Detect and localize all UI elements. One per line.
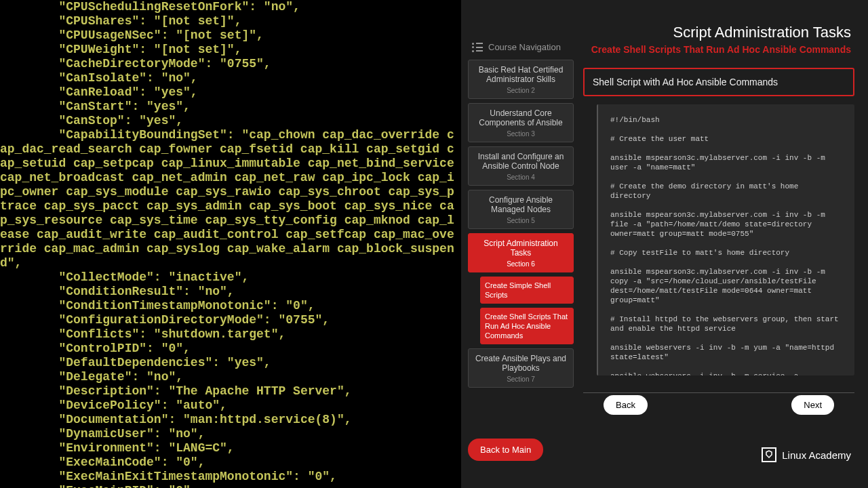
course-nav: Basic Red Hat Certified Administrator Sk… [468, 60, 574, 392]
lesson-content: Shell Script with Ad Hoc Ansible Command… [583, 68, 854, 420]
nav-section-4[interactable]: Install and Configure an Ansible Control… [468, 146, 574, 186]
linux-academy-logo: Linux Academy [762, 447, 851, 462]
nav-section-7[interactable]: Create Ansible Plays and Playbooks Secti… [468, 348, 574, 388]
list-icon [472, 43, 483, 52]
divider [583, 392, 854, 393]
nav-section-5[interactable]: Configure Ansible Managed Nodes Section … [468, 190, 574, 229]
back-to-main-button[interactable]: Back to Main [468, 439, 543, 461]
logo-text: Linux Academy [782, 449, 851, 461]
lesson-header: Script Administration Tasks Create Shell… [591, 24, 851, 55]
nav-section-2[interactable]: Basic Red Hat Certified Administrator Sk… [468, 60, 574, 99]
page-title: Script Administration Tasks [591, 24, 851, 41]
next-button[interactable]: Next [791, 395, 834, 415]
back-button[interactable]: Back [604, 395, 648, 415]
nav-sub-simple-scripts[interactable]: Create Simple Shell Scripts [480, 277, 574, 304]
course-nav-label: Course Navigation [488, 42, 561, 52]
script-code[interactable]: #!/bin/bash # Create the user matt ansib… [597, 104, 854, 375]
nav-sub-adhoc-scripts[interactable]: Create Shell Scripts That Run Ad Hoc Ans… [480, 308, 574, 344]
page-subtitle: Create Shell Scripts That Run Ad Hoc Ans… [591, 44, 851, 55]
nav-sub-items: Create Simple Shell Scripts Create Shell… [480, 277, 574, 344]
course-nav-heading: Course Navigation [472, 42, 561, 52]
logo-icon [762, 447, 776, 462]
lesson-panel: Script Administration Tasks Create Shell… [461, 0, 868, 488]
nav-section-3[interactable]: Understand Core Components of Ansible Se… [468, 103, 574, 142]
nav-section-6[interactable]: Script Administration Tasks Section 6 [468, 233, 574, 272]
terminal-output[interactable]: "CPUSchedulingResetOnFork": "no", "CPUSh… [0, 0, 461, 488]
lesson-prompt: Shell Script with Ad Hoc Ansible Command… [583, 68, 854, 96]
